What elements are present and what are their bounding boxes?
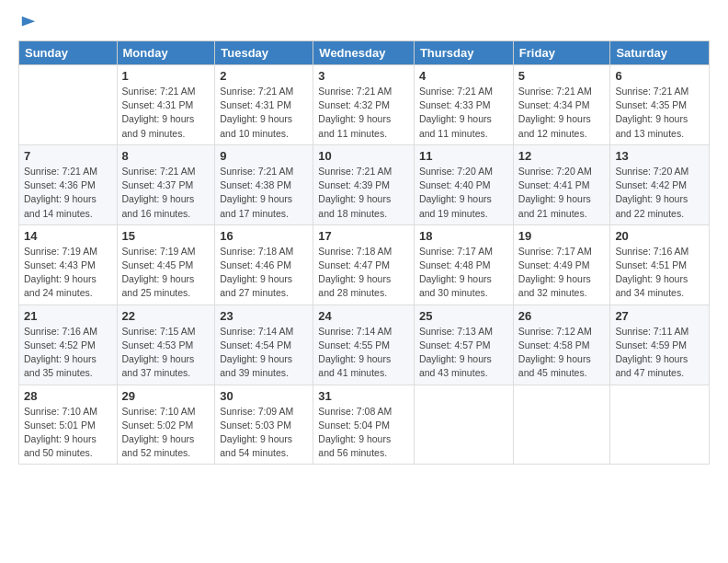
calendar-cell: 24Sunrise: 7:14 AMSunset: 4:55 PMDayligh… <box>313 304 415 385</box>
day-info: Sunrise: 7:12 AMSunset: 4:58 PMDaylight:… <box>518 325 606 381</box>
day-number: 27 <box>615 309 704 323</box>
calendar-cell: 21Sunrise: 7:16 AMSunset: 4:52 PMDayligh… <box>19 304 118 385</box>
day-info: Sunrise: 7:21 AMSunset: 4:36 PMDaylight:… <box>24 165 112 221</box>
calendar-cell: 20Sunrise: 7:16 AMSunset: 4:51 PMDayligh… <box>610 224 710 304</box>
calendar-cell: 17Sunrise: 7:18 AMSunset: 4:47 PMDayligh… <box>313 224 415 304</box>
calendar-cell: 23Sunrise: 7:14 AMSunset: 4:54 PMDayligh… <box>215 304 313 385</box>
day-number: 9 <box>220 149 308 163</box>
col-header-monday: Monday <box>117 41 215 65</box>
week-row-1: 1Sunrise: 7:21 AMSunset: 4:31 PMDaylight… <box>19 65 710 145</box>
day-number: 1 <box>122 69 210 83</box>
calendar-cell: 1Sunrise: 7:21 AMSunset: 4:31 PMDaylight… <box>117 65 215 145</box>
day-number: 3 <box>318 69 409 83</box>
page-header <box>18 15 710 31</box>
day-number: 28 <box>24 389 112 403</box>
day-info: Sunrise: 7:21 AMSunset: 4:39 PMDaylight:… <box>318 165 409 221</box>
day-info: Sunrise: 7:21 AMSunset: 4:37 PMDaylight:… <box>122 165 210 221</box>
day-number: 14 <box>24 229 112 243</box>
day-info: Sunrise: 7:21 AMSunset: 4:31 PMDaylight:… <box>220 85 308 141</box>
day-info: Sunrise: 7:17 AMSunset: 4:49 PMDaylight:… <box>518 245 606 301</box>
calendar-cell <box>610 385 710 465</box>
day-info: Sunrise: 7:21 AMSunset: 4:31 PMDaylight:… <box>122 85 210 141</box>
day-number: 2 <box>220 69 308 83</box>
day-info: Sunrise: 7:20 AMSunset: 4:40 PMDaylight:… <box>419 165 508 221</box>
calendar-header-row: SundayMondayTuesdayWednesdayThursdayFrid… <box>19 41 710 65</box>
calendar-cell: 26Sunrise: 7:12 AMSunset: 4:58 PMDayligh… <box>513 304 610 385</box>
day-number: 12 <box>518 149 606 163</box>
day-number: 5 <box>518 69 606 83</box>
day-info: Sunrise: 7:16 AMSunset: 4:51 PMDaylight:… <box>615 245 704 301</box>
week-row-4: 21Sunrise: 7:16 AMSunset: 4:52 PMDayligh… <box>19 304 710 385</box>
day-info: Sunrise: 7:08 AMSunset: 5:04 PMDaylight:… <box>318 405 409 461</box>
calendar-cell <box>19 65 118 145</box>
day-info: Sunrise: 7:21 AMSunset: 4:32 PMDaylight:… <box>318 85 409 141</box>
day-info: Sunrise: 7:19 AMSunset: 4:43 PMDaylight:… <box>24 245 112 301</box>
day-number: 8 <box>122 149 210 163</box>
col-header-sunday: Sunday <box>19 41 118 65</box>
day-info: Sunrise: 7:20 AMSunset: 4:42 PMDaylight:… <box>615 165 704 221</box>
day-number: 6 <box>615 69 704 83</box>
day-number: 25 <box>419 309 508 323</box>
day-info: Sunrise: 7:21 AMSunset: 4:33 PMDaylight:… <box>419 85 508 141</box>
calendar-table: SundayMondayTuesdayWednesdayThursdayFrid… <box>18 40 710 465</box>
calendar-cell: 16Sunrise: 7:18 AMSunset: 4:46 PMDayligh… <box>215 224 313 304</box>
calendar-cell <box>414 385 513 465</box>
day-info: Sunrise: 7:21 AMSunset: 4:35 PMDaylight:… <box>615 85 704 141</box>
day-info: Sunrise: 7:09 AMSunset: 5:03 PMDaylight:… <box>220 405 308 461</box>
svg-marker-0 <box>22 17 35 27</box>
day-number: 17 <box>318 229 409 243</box>
day-number: 26 <box>518 309 606 323</box>
day-info: Sunrise: 7:13 AMSunset: 4:57 PMDaylight:… <box>419 325 508 381</box>
day-info: Sunrise: 7:19 AMSunset: 4:45 PMDaylight:… <box>122 245 210 301</box>
day-info: Sunrise: 7:14 AMSunset: 4:55 PMDaylight:… <box>318 325 409 381</box>
week-row-3: 14Sunrise: 7:19 AMSunset: 4:43 PMDayligh… <box>19 224 710 304</box>
day-info: Sunrise: 7:20 AMSunset: 4:41 PMDaylight:… <box>518 165 606 221</box>
calendar-cell <box>513 385 610 465</box>
logo-flag-icon <box>20 15 37 31</box>
calendar-cell: 18Sunrise: 7:17 AMSunset: 4:48 PMDayligh… <box>414 224 513 304</box>
day-info: Sunrise: 7:21 AMSunset: 4:34 PMDaylight:… <box>518 85 606 141</box>
calendar-cell: 13Sunrise: 7:20 AMSunset: 4:42 PMDayligh… <box>610 144 710 224</box>
col-header-tuesday: Tuesday <box>215 41 313 65</box>
day-info: Sunrise: 7:21 AMSunset: 4:38 PMDaylight:… <box>220 165 308 221</box>
calendar-cell: 7Sunrise: 7:21 AMSunset: 4:36 PMDaylight… <box>19 144 118 224</box>
day-info: Sunrise: 7:14 AMSunset: 4:54 PMDaylight:… <box>220 325 308 381</box>
col-header-wednesday: Wednesday <box>313 41 415 65</box>
calendar-cell: 6Sunrise: 7:21 AMSunset: 4:35 PMDaylight… <box>610 65 710 145</box>
day-number: 13 <box>615 149 704 163</box>
day-info: Sunrise: 7:11 AMSunset: 4:59 PMDaylight:… <box>615 325 704 381</box>
calendar-cell: 2Sunrise: 7:21 AMSunset: 4:31 PMDaylight… <box>215 65 313 145</box>
calendar-cell: 11Sunrise: 7:20 AMSunset: 4:40 PMDayligh… <box>414 144 513 224</box>
calendar-cell: 27Sunrise: 7:11 AMSunset: 4:59 PMDayligh… <box>610 304 710 385</box>
calendar-cell: 12Sunrise: 7:20 AMSunset: 4:41 PMDayligh… <box>513 144 610 224</box>
calendar-cell: 14Sunrise: 7:19 AMSunset: 4:43 PMDayligh… <box>19 224 118 304</box>
day-number: 29 <box>122 389 210 403</box>
calendar-cell: 25Sunrise: 7:13 AMSunset: 4:57 PMDayligh… <box>414 304 513 385</box>
calendar-cell: 29Sunrise: 7:10 AMSunset: 5:02 PMDayligh… <box>117 385 215 465</box>
calendar-cell: 4Sunrise: 7:21 AMSunset: 4:33 PMDaylight… <box>414 65 513 145</box>
calendar-cell: 22Sunrise: 7:15 AMSunset: 4:53 PMDayligh… <box>117 304 215 385</box>
calendar-cell: 28Sunrise: 7:10 AMSunset: 5:01 PMDayligh… <box>19 385 118 465</box>
calendar-cell: 19Sunrise: 7:17 AMSunset: 4:49 PMDayligh… <box>513 224 610 304</box>
logo <box>18 15 37 31</box>
calendar-cell: 9Sunrise: 7:21 AMSunset: 4:38 PMDaylight… <box>215 144 313 224</box>
calendar-cell: 15Sunrise: 7:19 AMSunset: 4:45 PMDayligh… <box>117 224 215 304</box>
week-row-5: 28Sunrise: 7:10 AMSunset: 5:01 PMDayligh… <box>19 385 710 465</box>
day-number: 15 <box>122 229 210 243</box>
day-info: Sunrise: 7:10 AMSunset: 5:01 PMDaylight:… <box>24 405 112 461</box>
calendar-cell: 31Sunrise: 7:08 AMSunset: 5:04 PMDayligh… <box>313 385 415 465</box>
day-number: 23 <box>220 309 308 323</box>
day-number: 16 <box>220 229 308 243</box>
week-row-2: 7Sunrise: 7:21 AMSunset: 4:36 PMDaylight… <box>19 144 710 224</box>
calendar-cell: 3Sunrise: 7:21 AMSunset: 4:32 PMDaylight… <box>313 65 415 145</box>
day-number: 31 <box>318 389 409 403</box>
day-number: 4 <box>419 69 508 83</box>
day-number: 21 <box>24 309 112 323</box>
calendar-cell: 10Sunrise: 7:21 AMSunset: 4:39 PMDayligh… <box>313 144 415 224</box>
calendar-cell: 5Sunrise: 7:21 AMSunset: 4:34 PMDaylight… <box>513 65 610 145</box>
day-number: 30 <box>220 389 308 403</box>
calendar-cell: 8Sunrise: 7:21 AMSunset: 4:37 PMDaylight… <box>117 144 215 224</box>
day-number: 18 <box>419 229 508 243</box>
day-number: 24 <box>318 309 409 323</box>
day-info: Sunrise: 7:15 AMSunset: 4:53 PMDaylight:… <box>122 325 210 381</box>
